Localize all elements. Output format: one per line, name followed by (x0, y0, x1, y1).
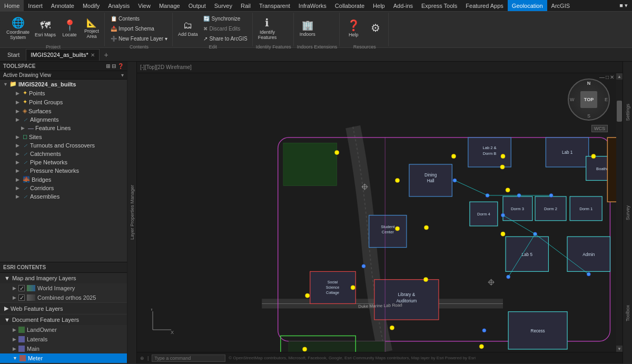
vertical-scrollbar[interactable]: ▲ ▼ (616, 73, 623, 352)
identify-icon: ℹ (265, 16, 269, 29)
coordinate-system-button[interactable]: 🌐 CoordinateSystem (4, 14, 32, 43)
toolspace-icon-1[interactable]: ⊞ (106, 63, 110, 69)
esri-maps-button[interactable]: 🗺 Esri Maps (33, 14, 58, 43)
nav-icon[interactable]: ■ ▾ (615, 0, 632, 11)
nav-featured-apps[interactable]: Featured Apps (461, 0, 508, 11)
share-arcgis-button[interactable]: ↗ Share to ArcGIS (201, 34, 250, 43)
expand-icon-pg: ▶ (16, 100, 21, 105)
tree-item-surfaces[interactable]: ▶ ◈ Surfaces (0, 106, 127, 115)
help-button[interactable]: ❓ Help (343, 14, 364, 43)
nav-output[interactable]: Output (184, 0, 210, 11)
world-imagery-item[interactable]: ▶ ✓ World Imagery (0, 283, 127, 293)
main-item[interactable]: ▶ Main (0, 344, 127, 353)
new-feature-layer-icon: ➕ (111, 36, 117, 42)
nav-view[interactable]: View (134, 0, 155, 11)
landowner-item[interactable]: ▶ LandOwner (0, 325, 127, 335)
assemblies-label: Assemblies (30, 193, 60, 200)
nav-geolocation[interactable]: Geolocation (508, 0, 547, 11)
side-tab-survey[interactable]: Survey (624, 202, 631, 223)
nav-transparent[interactable]: Transparent (255, 0, 294, 11)
command-input[interactable] (152, 355, 225, 362)
tree-item-corridors[interactable]: ▶ ⟋ Corridors (0, 184, 127, 192)
nav-home[interactable]: Home (0, 0, 24, 11)
compass[interactable]: N S W E TOP (568, 78, 610, 121)
identify-button[interactable]: ℹ IdentifyFeatures (256, 14, 279, 43)
tree-item-points[interactable]: ▶ ✦ Points (0, 88, 127, 97)
nav-addins[interactable]: Add-ins (389, 0, 417, 11)
map-status-bar: ⊕ | © OpenStreetMap contributors, Micros… (137, 352, 623, 363)
tree-item-pressure[interactable]: ▶ ⟋ Pressure Networks (0, 166, 127, 175)
side-tab-settings[interactable]: Settings (624, 101, 631, 124)
expand-icon-aln: ▶ (16, 117, 21, 122)
start-tab[interactable]: Start (2, 49, 25, 61)
combined-orthos-checkbox[interactable]: ✓ (18, 294, 25, 301)
scroll-thumb[interactable] (617, 101, 622, 122)
doc-feature-header[interactable]: ▼ Document Feature Layers (0, 314, 127, 325)
nav-collaborate[interactable]: Collaborate (331, 0, 369, 11)
add-data-label: Add Data (178, 32, 198, 37)
tree-item-turnouts[interactable]: ▶ ⟋ Turnouts and Crossovers (0, 141, 127, 150)
toolspace-icon-2[interactable]: ⊟ (112, 63, 116, 69)
tree-item-sites[interactable]: ▶ ◻ Sites (0, 132, 127, 141)
toolspace-icon-3[interactable]: ❓ (117, 63, 124, 69)
contents-button[interactable]: 📋 Contents (108, 14, 170, 23)
scroll-up-button[interactable]: ▲ (616, 73, 623, 80)
meter-item[interactable]: ▼ Meter (0, 353, 127, 363)
nav-insert[interactable]: Insert (24, 0, 47, 11)
document-tab-close[interactable]: ✕ (91, 52, 95, 58)
project-area-button[interactable]: 📐 ProjectArea (81, 14, 102, 43)
side-tab-properties[interactable]: Layer Properties Manager (129, 181, 136, 244)
ribbon-group-indoors: 🏢 Indoors Indoors Extensions (295, 13, 340, 46)
locate-button[interactable]: 📍 Locate (59, 14, 80, 43)
nav-manage[interactable]: Manage (155, 0, 184, 11)
nav-arcgis[interactable]: ArcGIS (547, 0, 574, 11)
tree-item-alignments[interactable]: ▶ ⟋ Alignments (0, 115, 127, 124)
svg-point-49 (500, 165, 505, 169)
tree-item-assemblies[interactable]: ▶ ⟋ Assemblies (0, 192, 127, 201)
nav-annotate[interactable]: Annotate (47, 0, 78, 11)
map-imagery-header[interactable]: ▼ Map and Imagery Layers (0, 273, 127, 283)
nav-rail[interactable]: Rail (236, 0, 255, 11)
import-schema-button[interactable]: 📥 Import Schema (108, 24, 170, 33)
minimize-icon[interactable]: — (599, 74, 605, 80)
new-feature-layer-button[interactable]: ➕ New Feature Layer ▾ (108, 34, 170, 43)
nav-infraworks[interactable]: InfraWorks (294, 0, 331, 11)
tree-item-bridges[interactable]: ▶ 🌉 Bridges (0, 175, 127, 184)
ribbon-buttons-project: 🌐 CoordinateSystem 🗺 Esri Maps 📍 Locate … (4, 14, 102, 43)
expand-icon-sites: ▶ (16, 134, 21, 140)
nav-survey[interactable]: Survey (210, 0, 236, 11)
new-tab-button[interactable]: + (101, 49, 112, 61)
discard-edits-button[interactable]: ✖ Discard Edits (201, 24, 250, 33)
scroll-track[interactable] (616, 80, 623, 346)
tree-item-catchments[interactable]: ▶ ⟋ Catchments (0, 150, 127, 158)
tree-item-pipe-networks[interactable]: ▶ ⟋ Pipe Networks (0, 158, 127, 166)
map-imagery-expand-icon: ▼ (4, 275, 10, 281)
tree-item-point-groups[interactable]: ▶ ✦ Point Groups (0, 97, 127, 106)
svg-text:Cottage: Cottage (326, 291, 339, 295)
nav-express-tools[interactable]: Express Tools (417, 0, 461, 11)
world-imagery-checkbox[interactable]: ✓ (18, 285, 25, 291)
settings-icon: ⚙ (371, 22, 380, 34)
settings-button[interactable]: ⚙ (365, 14, 386, 43)
tree-item-feature-lines[interactable]: ▶ — Feature Lines (0, 124, 127, 132)
expand-icon: ▶ (16, 91, 21, 96)
laterals-item[interactable]: ▶ Laterals (0, 335, 127, 344)
compass-center-button[interactable]: TOP (580, 91, 597, 108)
add-data-button[interactable]: 🗂 Add Data (176, 14, 200, 43)
nav-analysis[interactable]: Analysis (104, 0, 134, 11)
scroll-down-button[interactable]: ▼ (616, 346, 623, 352)
document-tab-active[interactable]: IMGIS2024_as_builts* ✕ (26, 49, 99, 61)
web-feature-group: ▶ Web Feature Layers (0, 303, 127, 314)
side-tab-toolbox[interactable]: Toolbox (624, 302, 631, 324)
nav-modify[interactable]: Modify (78, 0, 104, 11)
synchronize-button[interactable]: 🔄 Synchronize (201, 14, 250, 23)
tree-root[interactable]: ▼ 📁 IMGIS2024_as_builts (0, 80, 127, 88)
view-select[interactable]: Active Drawing View ▾ (0, 71, 127, 80)
restore-icon[interactable]: □ (606, 74, 609, 80)
close-icon[interactable]: ✕ (610, 74, 614, 80)
combined-orthos-item[interactable]: ▶ ✓ Combined orthos 2025 (0, 293, 127, 302)
indoors-button[interactable]: 🏢 Indoors (297, 14, 318, 43)
nav-help[interactable]: Help (369, 0, 389, 11)
map-canvas[interactable]: Dining Hall Student Center Social Scienc… (137, 73, 623, 352)
web-feature-header[interactable]: ▶ Web Feature Layers (0, 303, 127, 314)
